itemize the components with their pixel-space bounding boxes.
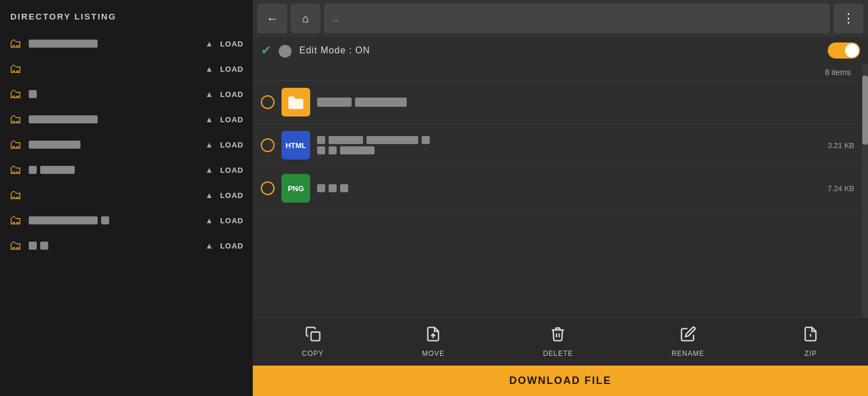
redacted-name (29, 40, 98, 48)
main-panel: ← ⌂ .. ⋮ ✔ ⬤ Edit Mode : ON 8 items (253, 0, 868, 396)
redacted-filename (367, 136, 418, 144)
scrollbar[interactable] (862, 64, 868, 317)
file-info (317, 98, 807, 107)
rename-button[interactable]: RENAME (660, 324, 716, 360)
sidebar-item-7[interactable]: 🗂 ▲ LOAD (6, 183, 247, 207)
redacted-name (101, 216, 109, 224)
load-button-1[interactable]: LOAD (220, 40, 244, 48)
back-button[interactable]: ← (257, 3, 287, 33)
chevron-up-icon[interactable]: ▲ (205, 216, 213, 225)
folder-icon: 🗂 (9, 238, 23, 253)
redacted-filename (329, 136, 363, 144)
table-row[interactable]: HTML (253, 124, 862, 167)
file-name-2 (317, 146, 807, 154)
item-count: 8 items (825, 68, 851, 77)
file-list: 8 items (253, 64, 862, 317)
folder-name (29, 90, 205, 98)
folder-name (29, 166, 205, 174)
scrollbar-thumb[interactable] (862, 76, 868, 145)
sidebar-item-9[interactable]: 🗂 ▲ LOAD (6, 234, 247, 258)
load-button-2[interactable]: LOAD (220, 65, 244, 73)
table-row[interactable]: PNG 7.24 KB (253, 167, 862, 210)
circle-icon: ⬤ (278, 43, 292, 58)
sidebar-title: DIRECTORY LISTING (6, 11, 247, 21)
folder-icon: 🗂 (9, 36, 23, 51)
load-button-3[interactable]: LOAD (220, 90, 244, 99)
download-button[interactable]: DOWNLOAD FILE (253, 366, 868, 396)
copy-button[interactable]: COPY (291, 324, 335, 360)
rename-label: RENAME (672, 350, 704, 358)
load-button-8[interactable]: LOAD (220, 216, 244, 225)
folder-name (29, 216, 205, 224)
delete-button[interactable]: DELETE (531, 324, 585, 360)
folder-icon: 🗂 (9, 162, 23, 177)
chevron-up-icon[interactable]: ▲ (205, 165, 213, 174)
file-info (317, 184, 807, 192)
sidebar-item-1[interactable]: 🗂 ▲ LOAD (6, 32, 247, 56)
redacted-filename (329, 184, 337, 192)
path-text: .. (333, 13, 338, 24)
zip-icon (803, 326, 819, 346)
edit-mode-label: Edit Mode : ON (299, 45, 821, 56)
redacted-name (29, 115, 98, 123)
png-type-icon: PNG (281, 174, 310, 203)
file-size: 7.24 KB (814, 184, 854, 193)
file-select-radio[interactable] (261, 138, 275, 152)
sidebar-item-2[interactable]: 🗂 ▲ LOAD (6, 57, 247, 81)
redacted-filename (317, 98, 352, 107)
path-bar: .. (324, 3, 830, 33)
sidebar-item-3[interactable]: 🗂 ▲ LOAD (6, 82, 247, 106)
zip-label: ZIP (805, 350, 817, 358)
redacted-filename (317, 146, 325, 154)
load-button-7[interactable]: LOAD (220, 191, 244, 200)
move-icon (425, 326, 441, 346)
load-button-6[interactable]: LOAD (220, 166, 244, 174)
file-info (317, 136, 807, 154)
file-list-outer: 8 items (253, 64, 868, 317)
chevron-up-icon[interactable]: ▲ (205, 115, 213, 124)
sidebar-item-4[interactable]: 🗂 ▲ LOAD (6, 107, 247, 131)
folder-icon: 🗂 (9, 87, 23, 102)
chevron-up-icon[interactable]: ▲ (205, 241, 213, 250)
move-label: MOVE (422, 350, 445, 358)
file-name (317, 98, 807, 107)
delete-label: DELETE (543, 350, 573, 358)
redacted-filename (355, 98, 407, 107)
folder-name (29, 141, 205, 149)
folder-icon: 🗂 (9, 112, 23, 127)
copy-label: COPY (302, 350, 324, 358)
table-row[interactable] (253, 81, 862, 124)
sidebar-item-6[interactable]: 🗂 ▲ LOAD (6, 158, 247, 182)
html-label: HTML (286, 141, 306, 150)
file-select-radio[interactable] (261, 95, 275, 109)
redacted-name (40, 166, 75, 174)
chevron-up-icon[interactable]: ▲ (205, 39, 213, 48)
action-bar: COPY MOVE (253, 317, 868, 366)
chevron-up-icon[interactable]: ▲ (205, 191, 213, 200)
home-button[interactable]: ⌂ (291, 3, 321, 33)
chevron-up-icon[interactable]: ▲ (205, 90, 213, 99)
load-button-9[interactable]: LOAD (220, 242, 244, 250)
html-type-icon: HTML (281, 131, 310, 160)
folder-icon: 🗂 (9, 213, 23, 228)
copy-icon (305, 326, 321, 346)
svg-rect-0 (311, 332, 319, 341)
zip-button[interactable]: ZIP (791, 324, 830, 360)
chevron-up-icon[interactable]: ▲ (205, 64, 213, 73)
redacted-name (40, 242, 48, 250)
edit-mode-toggle[interactable] (828, 42, 860, 59)
redacted-filename (317, 184, 325, 192)
file-select-radio[interactable] (261, 181, 275, 195)
sidebar-item-5[interactable]: 🗂 ▲ LOAD (6, 133, 247, 157)
redacted-name (29, 141, 80, 149)
redacted-name (29, 166, 37, 174)
move-button[interactable]: MOVE (411, 324, 456, 360)
chevron-up-icon[interactable]: ▲ (205, 140, 213, 149)
load-button-4[interactable]: LOAD (220, 115, 244, 124)
load-button-5[interactable]: LOAD (220, 141, 244, 149)
toolbar: ← ⌂ .. ⋮ (253, 0, 868, 37)
sidebar-item-8[interactable]: 🗂 ▲ LOAD (6, 208, 247, 232)
rename-icon (680, 326, 696, 346)
redacted-name (29, 216, 98, 224)
more-options-button[interactable]: ⋮ (834, 3, 863, 33)
